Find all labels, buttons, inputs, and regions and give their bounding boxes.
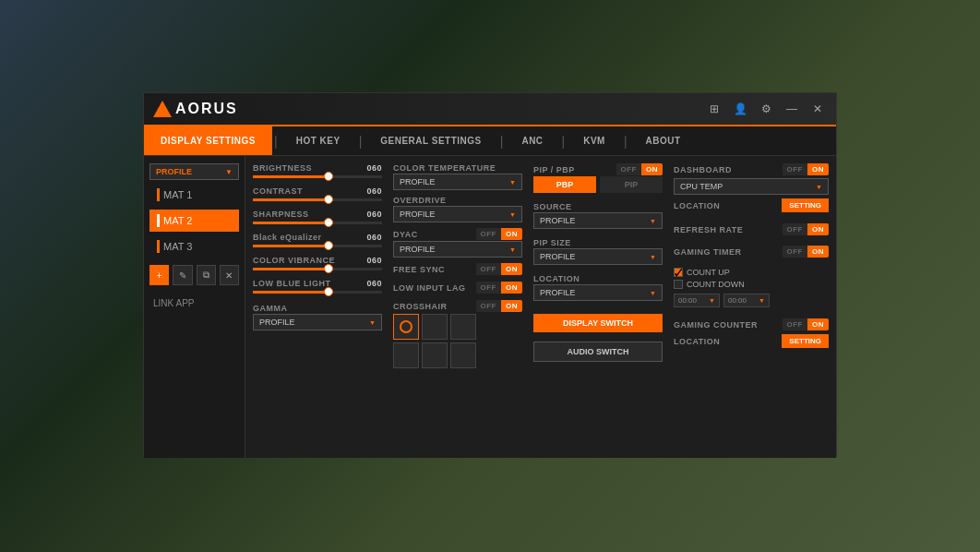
profile-dropdown[interactable]: PROFILE ▼ (149, 163, 239, 180)
close-button[interactable]: ✕ (808, 100, 827, 118)
contrast-slider[interactable] (253, 198, 382, 201)
pbp-button[interactable]: PBP (533, 176, 596, 193)
refresh-rate-setting: REFRESH RATE OFF ON (674, 223, 829, 236)
count-options: ✓ COUNT UP COUNT DOWN 00:00 ▼ 00:00 (674, 268, 829, 307)
user-icon[interactable]: 👤 (731, 100, 749, 118)
gear-icon[interactable]: ⚙ (757, 100, 775, 118)
dashboard-setting-button[interactable]: SETTING (782, 198, 829, 212)
gaming-counter-toggle[interactable]: OFF ON (783, 318, 830, 330)
timer-hours-select[interactable]: 00:00 ▼ (674, 294, 720, 307)
tab-kvm[interactable]: KVM (567, 126, 622, 155)
ct-dropdown-arrow-icon: ▼ (509, 179, 516, 186)
low-blue-light-slider[interactable] (253, 291, 382, 294)
gaming-timer-toggle[interactable]: OFF ON (783, 246, 830, 258)
nav-bar: DISPLAY SETTINGS | HOT KEY | GENERAL SET… (144, 126, 836, 156)
sharpness-slider[interactable] (253, 222, 382, 224)
cpu-temp-dropdown[interactable]: CPU TEMP ▼ (674, 178, 829, 195)
audio-switch-btn[interactable]: AUDIO SWITCH (533, 342, 663, 362)
minimize-button[interactable]: — (783, 100, 801, 118)
crosshair-cell-1[interactable] (393, 314, 419, 340)
cpu-temp-dropdown-arrow-icon: ▼ (816, 184, 822, 190)
timer-selects: 00:00 ▼ 00:00 ▼ (674, 294, 829, 307)
column-1: BRIGHTNESS 060 CONTRAST 060 (253, 163, 382, 450)
refresh-rate-toggle[interactable]: OFF ON (783, 223, 830, 235)
title-bar-icons: ⊞ 👤 ⚙ — ✕ (705, 100, 827, 118)
crosshair-cell-6[interactable] (450, 342, 476, 368)
dyac-dropdown-arrow-icon: ▼ (509, 246, 516, 253)
pip-button[interactable]: PIP (600, 176, 663, 193)
brightness-slider[interactable] (253, 175, 382, 178)
timer-minutes-select[interactable]: 00:00 ▼ (723, 294, 770, 307)
nav-sep-1: | (272, 134, 280, 149)
pip-pbp-toggle[interactable]: OFF ON (616, 163, 663, 175)
mat-bar-3 (157, 240, 160, 253)
source-dropdown[interactable]: PROFILE ▼ (533, 212, 663, 229)
column-2: COLOR TEMPERATURE PROFILE ▼ OVERDRIVE PR… (393, 163, 522, 450)
dashboard-toggle[interactable]: OFF ON (783, 163, 830, 175)
color-temperature-dropdown[interactable]: PROFILE ▼ (393, 174, 522, 190)
tab-hot-key[interactable]: HOT KEY (280, 126, 357, 155)
delete-mat-button[interactable]: ✕ (220, 265, 239, 285)
copy-mat-button[interactable]: ⧉ (197, 265, 216, 285)
count-up-checkbox[interactable]: ✓ (674, 268, 683, 277)
count-down-checkbox[interactable] (674, 280, 683, 289)
black-equalizer-setting: Black eQualizer 060 (253, 233, 382, 250)
tab-anc[interactable]: ANC (505, 126, 559, 155)
mat-bar-1 (157, 188, 160, 201)
color-vibrance-slider[interactable] (253, 268, 382, 270)
profile-dropdown-arrow-icon: ▼ (225, 168, 233, 176)
gaming-counter-setting: GAMING COUNTER OFF ON LOCATION SETTING (674, 318, 829, 348)
crosshair-cell-2[interactable] (422, 314, 448, 340)
color-vibrance-setting: COLOR VIBRANCE 060 (253, 256, 382, 273)
location-pip-dropdown-arrow-icon: ▼ (650, 290, 656, 296)
location-pip-dropdown[interactable]: PROFILE ▼ (533, 284, 663, 301)
overdrive-dropdown[interactable]: PROFILE ▼ (393, 206, 522, 222)
dyac-dropdown[interactable]: PROFILE ▼ (393, 241, 522, 258)
mat-item-3[interactable]: MAT 3 (149, 235, 239, 258)
pip-pbp-setting: PIP / PBP OFF ON PBP PIP (533, 163, 663, 193)
crosshair-cell-3[interactable] (450, 314, 476, 340)
crosshair-cell-5[interactable] (422, 342, 448, 368)
dashboard-setting: DASHBOARD OFF ON CPU TEMP ▼ LOCATION (674, 163, 829, 212)
crosshair-circle-icon (400, 320, 412, 333)
column-3: PIP / PBP OFF ON PBP PIP SOURCE (533, 163, 663, 450)
nav-sep-2: | (357, 134, 365, 149)
gamma-dropdown-arrow-icon: ▼ (369, 319, 376, 326)
gaming-timer-setting: GAMING TIMER OFF ON (674, 246, 829, 258)
crosshair-cell-4[interactable] (393, 342, 419, 368)
crosshair-toggle[interactable]: OFF ON (476, 300, 523, 312)
pbp-pip-buttons: PBP PIP (533, 176, 663, 193)
tab-display-settings[interactable]: DISPLAY SETTINGS (144, 126, 272, 155)
crosshair-grid (393, 314, 522, 397)
tab-general-settings[interactable]: GENERAL SETTINGS (364, 126, 498, 155)
low-input-lag-toggle[interactable]: OFF ON (476, 282, 523, 294)
column-4: DASHBOARD OFF ON CPU TEMP ▼ LOCATION (674, 163, 829, 450)
logo-triangle-icon (153, 101, 172, 117)
dyac-toggle[interactable]: OFF ON (476, 228, 523, 240)
location-pip-setting: LOCATION PROFILE ▼ (533, 274, 663, 301)
low-input-lag-setting: LOW INPUT LAG OFF ON (393, 282, 522, 294)
monitor-icon[interactable]: ⊞ (705, 100, 723, 118)
dyac-setting: DYAC OFF ON PROFILE ▼ (393, 228, 522, 258)
gaming-counter-setting-button[interactable]: SETTING (782, 334, 829, 348)
app-window: AORUS ⊞ 👤 ⚙ — ✕ DISPLAY SETTINGS | HOT K… (143, 92, 837, 457)
black-equalizer-slider[interactable] (253, 245, 382, 247)
free-sync-toggle[interactable]: OFF ON (476, 263, 523, 275)
low-blue-light-setting: LOW BLUE LIGHT 060 (253, 279, 382, 296)
add-mat-button[interactable]: + (149, 265, 169, 285)
gamma-setting: GAMMA PROFILE ▼ (253, 304, 382, 330)
aorus-logo: AORUS (153, 101, 238, 117)
nav-sep-4: | (560, 134, 568, 149)
tab-about[interactable]: ABOUT (629, 126, 698, 155)
left-panel: PROFILE ▼ MAT 1 MAT 2 MAT 3 + ✎ ⧉ ✕ LINK (144, 156, 245, 458)
od-dropdown-arrow-icon: ▼ (509, 211, 516, 218)
logo-text: AORUS (175, 101, 238, 117)
pip-size-dropdown[interactable]: PROFILE ▼ (533, 248, 663, 265)
mat-item-2[interactable]: MAT 2 (149, 210, 239, 232)
pip-size-setting: PIP SIZE PROFILE ▼ (533, 238, 663, 265)
display-switch-btn[interactable]: DISPLAY SWITCH (533, 314, 663, 332)
brightness-setting: BRIGHTNESS 060 (253, 163, 382, 181)
gamma-dropdown[interactable]: PROFILE ▼ (253, 314, 382, 330)
mat-item-1[interactable]: MAT 1 (149, 184, 239, 206)
edit-mat-button[interactable]: ✎ (173, 265, 192, 285)
